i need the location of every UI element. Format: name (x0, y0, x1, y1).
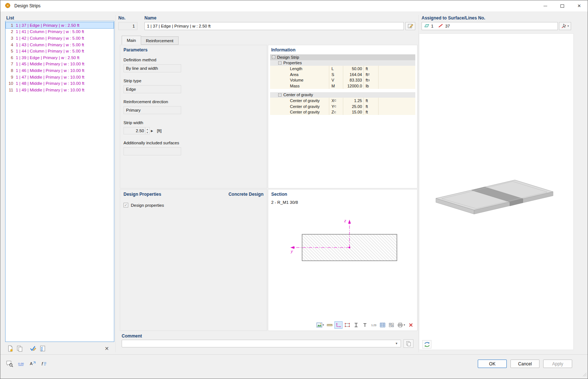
axis-z-arrow (348, 220, 351, 224)
information-row: VolumeV83.333ft3 (270, 77, 415, 83)
design-properties-checkbox[interactable]: ✓ (123, 203, 128, 207)
strip-type-field[interactable]: Edge (123, 85, 181, 93)
footer-toolbar: 0,00Af (5, 359, 49, 368)
svg-text:0,00: 0,00 (18, 362, 24, 365)
list-item[interactable]: 71 | 45 | Middle | Primary | w : 10.00 f… (6, 61, 114, 68)
list-item-label: 1 | 46 | Middle | Primary | w : 10.00 ft (16, 68, 84, 73)
edit-name-button[interactable] (405, 22, 415, 30)
information-row: Center of gravityZC15.00ft (270, 109, 415, 115)
profile-i-button[interactable] (352, 321, 360, 329)
list-item[interactable]: 51 | 44 | Column | Primary | w : 5.00 ft (6, 48, 114, 54)
ok-button[interactable]: OK (478, 360, 507, 368)
reinforcement-direction-field[interactable]: Primary (123, 106, 181, 114)
additional-surfaces-label: Additionally included surfaces (123, 141, 263, 145)
svg-text:A: A (30, 361, 33, 366)
information-group-label: Design Strip (277, 55, 299, 59)
reset-view-button[interactable] (407, 321, 415, 329)
comment-copy-button[interactable] (404, 339, 413, 348)
list-item-number: 7 (6, 62, 14, 66)
list-item[interactable]: 21 | 41 | Column | Primary | w : 5.00 ft (6, 29, 114, 35)
strip-number-field: 1 (118, 22, 137, 30)
formula-button[interactable]: f (39, 359, 49, 368)
list-item-label: 1 | 43 | Column | Primary | w : 5.00 ft (16, 43, 84, 47)
strip-width-input[interactable]: 2.50 ▲ ▼ (123, 127, 150, 134)
collapse-icon[interactable]: − (278, 93, 282, 97)
close-button[interactable]: ✕ (571, 0, 588, 11)
sync-arrows-icon (424, 342, 430, 347)
separator (418, 15, 419, 352)
list-item-number: 10 (6, 81, 14, 86)
tab-bar: Main Reinforcement (122, 36, 179, 45)
list-item-label: 1 | 39 | Edge | Primary | w : 2.50 ft (16, 55, 79, 60)
delete-strip-button[interactable]: ✕ (102, 344, 111, 353)
list-item[interactable]: 41 | 43 | Column | Primary | w : 5.00 ft (6, 41, 114, 48)
list-item[interactable]: 101 | 48 | Middle | Primary | w : 10.00 … (6, 80, 114, 87)
pick-objects-button[interactable]: ▾ (559, 22, 571, 30)
edit-selected-button[interactable] (28, 344, 38, 353)
line-icon (438, 24, 443, 29)
collapse-icon[interactable]: − (272, 55, 275, 59)
list-item[interactable]: 81 | 46 | Middle | Primary | w : 10.00 f… (6, 67, 114, 74)
comment-input[interactable]: ▼ (122, 340, 401, 347)
select-strips-button[interactable] (38, 344, 47, 353)
strip-width-expand-button[interactable]: ▶ (150, 127, 154, 134)
list-item[interactable]: 61 | 39 | Edge | Primary | w : 2.50 ft (6, 54, 114, 61)
show-values-button[interactable]: 1.23 (370, 321, 378, 329)
chevron-down-icon[interactable]: ▼ (395, 342, 398, 345)
separator (115, 15, 116, 352)
apply-button[interactable]: Apply (543, 360, 572, 368)
list-item-number: 11 (6, 88, 14, 92)
assigned-label: Assigned to Surface/Lines No. (422, 15, 485, 21)
axis-y-label: y (290, 249, 293, 253)
maximize-button[interactable] (554, 0, 571, 11)
information-row: −Properties (270, 60, 415, 66)
minimize-button[interactable] (537, 0, 554, 11)
dimensions-button[interactable] (326, 321, 334, 329)
parameters-title: Parameters (123, 47, 263, 53)
name-label: Name (144, 15, 157, 21)
design-properties-title: Design Properties (123, 192, 161, 197)
list-item[interactable]: 31 | 42 | Column | Primary | w : 5.00 ft (6, 35, 114, 41)
name-field[interactable]: 1 | 37 | Edge | Primary | w : 2.50 ft (144, 22, 404, 30)
collapse-icon[interactable]: − (278, 61, 282, 65)
stepper-up-icon[interactable]: ▲ (146, 127, 149, 131)
tab-reinforcement[interactable]: Reinforcement (141, 36, 179, 45)
view-image-button[interactable]: ▾ (315, 321, 325, 329)
new-strip-button[interactable] (6, 344, 15, 353)
list-item-number: 9 (6, 75, 14, 79)
section-axes-button[interactable] (334, 321, 343, 329)
result-cells-button[interactable] (387, 321, 395, 329)
rename-button[interactable]: A (28, 359, 37, 368)
design-strip-list[interactable]: 11 | 37 | Edge | Primary | w : 2.50 ft21… (5, 21, 114, 342)
list-item[interactable]: 11 | 37 | Edge | Primary | w : 2.50 ft (6, 22, 114, 29)
definition-method-field[interactable]: By line and width (123, 64, 181, 72)
copy-strip-button[interactable] (15, 344, 25, 353)
list-item-number: 1 (6, 23, 14, 28)
edge-points-button[interactable] (343, 321, 351, 329)
stepper-down-icon[interactable]: ▼ (146, 131, 149, 134)
select-arrow-icon (561, 24, 567, 29)
profile-t-button[interactable] (361, 321, 369, 329)
resize-grip[interactable] (582, 372, 587, 378)
list-item-label: 1 | 44 | Column | Primary | w : 5.00 ft (16, 49, 84, 53)
print-section-button[interactable]: ▾ (396, 321, 406, 329)
values-table-button[interactable] (379, 321, 387, 329)
additional-surfaces-field[interactable] (123, 147, 181, 155)
find-comment-button[interactable] (5, 359, 14, 368)
comment-title: Comment (122, 333, 142, 339)
tab-main[interactable]: Main (122, 36, 141, 45)
3d-viewport[interactable] (419, 33, 574, 350)
refresh-view-button[interactable] (422, 340, 431, 349)
reinforcement-direction-label: Reinforcement direction (123, 100, 263, 104)
list-toolbar (6, 344, 47, 353)
list-item-label: 1 | 48 | Middle | Primary | w : 10.00 ft (16, 81, 84, 86)
display-units-button[interactable]: 0,00 (16, 359, 26, 368)
cancel-button[interactable]: Cancel (510, 360, 539, 368)
design-properties-panel: Design Properties Concrete Design ✓ Desi… (120, 189, 267, 331)
strip-width-label: Strip width (123, 120, 263, 125)
window-title: Design Strips (14, 3, 40, 8)
list-item[interactable]: 111 | 49 | Middle | Primary | w : 10.00 … (6, 87, 114, 93)
assigned-field[interactable]: 1 37 (422, 22, 558, 30)
list-item[interactable]: 91 | 47 | Middle | Primary | w : 10.00 f… (6, 74, 114, 80)
information-row: −Center of gravity (270, 92, 415, 98)
